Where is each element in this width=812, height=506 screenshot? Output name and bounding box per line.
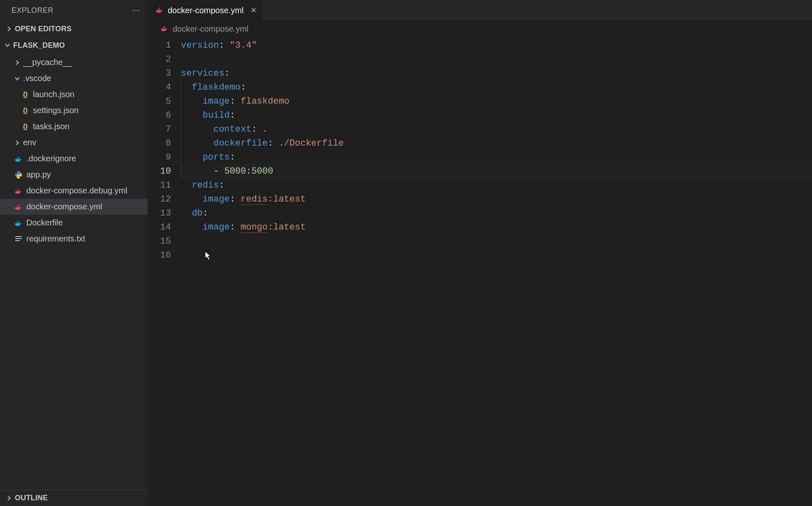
- yaml-value: "3.4": [230, 40, 257, 51]
- chevron-right-icon: [5, 494, 13, 502]
- line-number: 8: [148, 137, 171, 151]
- folder-vscode[interactable]: .vscode: [0, 70, 148, 86]
- folder-pycache[interactable]: __pycache__: [0, 54, 148, 70]
- line-number: 15: [148, 234, 171, 248]
- file-label: docker-compose.debug.yml: [26, 186, 127, 195]
- file-compose-debug[interactable]: docker-compose.debug.yml: [0, 183, 148, 199]
- yaml-key: version: [181, 40, 219, 51]
- explorer-sidebar: EXPLORER ··· OPEN EDITORS FLASK_DEMO __p…: [0, 0, 148, 506]
- line-gutter: 1 2 3 4 5 6 7 8 9 10 11 12 13 14 15 16: [148, 37, 181, 506]
- file-label: settings.json: [33, 106, 79, 115]
- yaml-key: image: [203, 194, 230, 204]
- yaml-value: .: [262, 124, 268, 135]
- folder-label: .vscode: [23, 74, 51, 83]
- folder-env[interactable]: env: [0, 135, 148, 151]
- file-label: app.py: [26, 170, 51, 179]
- yaml-key: build: [203, 110, 230, 121]
- yaml-tag: :latest: [268, 222, 305, 232]
- yaml-image: redis: [241, 194, 268, 205]
- yaml-key: redis: [192, 180, 219, 190]
- chevron-down-icon: [13, 74, 21, 83]
- text-file-icon: [13, 236, 24, 242]
- explorer-header: EXPLORER ···: [0, 0, 148, 21]
- line-number: 7: [148, 123, 171, 137]
- yaml-value: ./Dockerfile: [279, 138, 344, 149]
- file-app-py[interactable]: app.py: [0, 167, 148, 183]
- file-settings-json[interactable]: {} settings.json: [0, 102, 148, 118]
- yaml-key: image: [203, 96, 230, 107]
- line-number: 2: [148, 53, 171, 67]
- yaml-image: mongo: [241, 222, 268, 233]
- file-label: launch.json: [33, 90, 74, 99]
- line-number: 5: [148, 95, 171, 109]
- file-requirements[interactable]: requirements.txt: [0, 231, 148, 247]
- file-label: requirements.txt: [26, 234, 85, 244]
- line-number: 1: [148, 39, 171, 53]
- file-label: .dockerignore: [26, 154, 76, 163]
- explorer-title: EXPLORER: [12, 6, 53, 15]
- yaml-key: services: [181, 68, 224, 79]
- docker-icon: [13, 156, 24, 162]
- json-icon: {}: [20, 91, 30, 99]
- yaml-key: context: [213, 124, 251, 135]
- line-number: 10: [148, 165, 171, 179]
- file-compose[interactable]: docker-compose.yml: [0, 199, 148, 215]
- line-number: 6: [148, 109, 171, 123]
- folder-label: env: [23, 138, 36, 147]
- python-icon: [13, 171, 24, 179]
- file-label: tasks.json: [33, 122, 69, 131]
- open-editors-label: OPEN EDITORS: [15, 25, 72, 33]
- file-dockerfile[interactable]: Dockerfile: [0, 215, 148, 231]
- project-root[interactable]: FLASK_DEMO: [0, 37, 148, 53]
- yaml-key: db: [192, 208, 202, 218]
- line-number: 3: [148, 67, 171, 81]
- tab-bar: docker-compose.yml ×: [148, 0, 812, 21]
- docker-compose-icon: [160, 24, 169, 34]
- code-lines[interactable]: version: "3.4" services: flaskdemo: imag…: [181, 37, 812, 506]
- folder-label: __pycache__: [23, 58, 72, 67]
- outline-label: OUTLINE: [15, 494, 48, 502]
- yaml-dash: -: [213, 166, 224, 176]
- line-number: 11: [148, 179, 171, 193]
- file-tree: __pycache__ .vscode {} launch.json {} se…: [0, 53, 148, 247]
- json-icon: {}: [20, 107, 30, 115]
- yaml-key: ports: [203, 152, 230, 162]
- editor-area: docker-compose.yml × docker-compose.yml …: [148, 0, 812, 506]
- file-dockerignore[interactable]: .dockerignore: [0, 151, 148, 167]
- chevron-right-icon: [13, 139, 21, 147]
- line-number: 12: [148, 193, 171, 207]
- outline-section[interactable]: OUTLINE: [0, 490, 148, 506]
- file-label: docker-compose.yml: [26, 202, 102, 211]
- chevron-down-icon: [3, 41, 12, 49]
- file-label: Dockerfile: [26, 218, 63, 227]
- line-number: 9: [148, 151, 171, 165]
- docker-compose-icon: [155, 6, 164, 15]
- chevron-right-icon: [13, 58, 21, 67]
- breadcrumb[interactable]: docker-compose.yml: [148, 21, 812, 37]
- yaml-value: 5000:5000: [224, 166, 273, 176]
- docker-compose-icon: [13, 204, 24, 210]
- open-editors-section[interactable]: OPEN EDITORS: [0, 21, 148, 37]
- line-number: 4: [148, 81, 171, 95]
- line-number: 13: [148, 207, 171, 221]
- json-icon: {}: [20, 123, 30, 131]
- yaml-key: dockerfile: [213, 138, 268, 149]
- breadcrumb-file: docker-compose.yml: [173, 24, 249, 34]
- tab-label: docker-compose.yml: [168, 6, 244, 15]
- yaml-tag: :latest: [268, 194, 305, 204]
- tab-docker-compose[interactable]: docker-compose.yml ×: [148, 0, 262, 21]
- line-number: 16: [148, 248, 171, 262]
- yaml-key: image: [203, 222, 230, 232]
- yaml-value: flaskdemo: [241, 96, 289, 107]
- docker-icon: [13, 220, 24, 226]
- project-name: FLASK_DEMO: [13, 41, 65, 50]
- file-launch-json[interactable]: {} launch.json: [0, 86, 148, 102]
- code-editor[interactable]: 1 2 3 4 5 6 7 8 9 10 11 12 13 14 15 16 v…: [148, 37, 812, 506]
- docker-compose-icon: [13, 188, 24, 194]
- line-number: 14: [148, 221, 171, 234]
- explorer-more-icon[interactable]: ···: [132, 5, 140, 16]
- close-icon[interactable]: ×: [251, 5, 257, 16]
- file-tasks-json[interactable]: {} tasks.json: [0, 118, 148, 135]
- yaml-key: flaskdemo: [192, 82, 241, 93]
- chevron-right-icon: [5, 25, 13, 33]
